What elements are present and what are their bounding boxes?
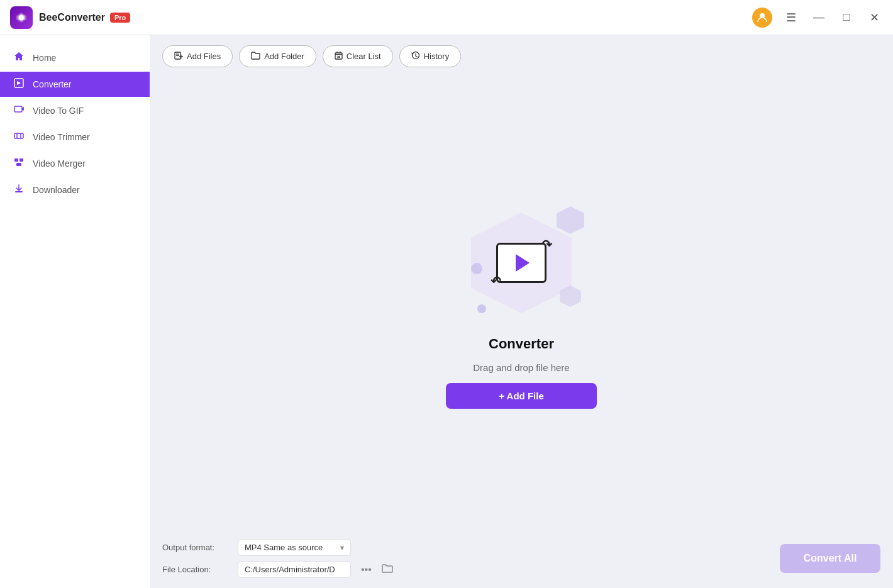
svg-rect-11 [19, 158, 23, 162]
chevron-down-icon: ▾ [340, 543, 344, 552]
video-box: ↷ ↶ [496, 243, 546, 283]
bottom-bar: Output format: MP4 Same as source ▾ File… [150, 531, 893, 588]
pro-badge: Pro [110, 13, 130, 23]
add-folder-icon [251, 52, 260, 62]
output-format-value: MP4 Same as source [245, 543, 323, 552]
add-folder-button[interactable]: Add Folder [239, 45, 316, 67]
svg-marker-5 [17, 81, 21, 85]
svg-rect-10 [14, 158, 18, 162]
browse-folder-button[interactable] [382, 563, 393, 576]
main-layout: Home Converter Video To GIF [0, 35, 893, 588]
app-logo [10, 6, 33, 29]
sidebar-item-video-merger[interactable]: Video Merger [0, 151, 150, 176]
toolbar: Add Files Add Folder [150, 35, 893, 77]
svg-rect-13 [15, 191, 23, 192]
sidebar-video-merger-label: Video Merger [33, 158, 86, 169]
svg-rect-7 [14, 133, 23, 138]
bottom-fields: Output format: MP4 Same as source ▾ File… [162, 539, 393, 578]
file-location-input: C:/Users/Administrator/D [238, 561, 351, 578]
svg-rect-12 [16, 163, 21, 166]
circle-decoration-2 [477, 304, 486, 313]
play-icon [516, 254, 530, 272]
window-controls: ☰ — □ ✕ [752, 8, 883, 28]
titlebar: BeeConverter Pro ☰ — □ ✕ [0, 0, 893, 35]
maximize-button[interactable]: □ [838, 9, 855, 26]
add-files-button[interactable]: Add Files [162, 45, 233, 67]
arrow-right-icon: ↷ [541, 237, 552, 252]
sidebar-item-downloader[interactable]: Downloader [0, 177, 150, 202]
history-icon [411, 51, 420, 62]
menu-button[interactable]: ☰ [782, 9, 800, 26]
close-icon: ✕ [870, 11, 879, 25]
converter-visual-icon: ↷ ↶ [496, 243, 546, 283]
minimize-button[interactable]: — [810, 9, 828, 26]
clear-list-button[interactable]: Clear List [323, 45, 393, 67]
app-name: BeeConverter [39, 12, 105, 23]
user-avatar[interactable] [752, 8, 772, 28]
file-location-value: C:/Users/Administrator/D [245, 565, 335, 574]
output-format-label: Output format: [162, 543, 231, 552]
sidebar-video-trimmer-label: Video Trimmer [33, 132, 90, 142]
hex-decoration-1 [557, 206, 584, 234]
svg-point-2 [19, 15, 24, 20]
converter-icon [13, 78, 25, 91]
home-icon [13, 52, 25, 64]
video-merger-icon [13, 157, 25, 170]
circle-decoration-1 [471, 263, 482, 274]
sidebar-item-video-to-gif[interactable]: Video To GIF [0, 98, 150, 123]
drop-zone[interactable]: ↷ ↶ Converter Drag and drop file here + … [150, 77, 893, 531]
sidebar-item-home[interactable]: Home [0, 45, 150, 70]
arrow-left-icon: ↶ [491, 274, 501, 289]
add-files-icon [174, 51, 183, 62]
history-button[interactable]: History [399, 45, 461, 67]
close-button[interactable]: ✕ [865, 9, 883, 26]
output-format-row: Output format: MP4 Same as source ▾ [162, 539, 393, 556]
hamburger-icon: ☰ [786, 11, 796, 25]
sidebar-home-label: Home [33, 53, 56, 63]
sidebar-converter-label: Converter [33, 79, 71, 89]
sidebar-item-converter[interactable]: Converter [0, 72, 150, 97]
add-files-label: Add Files [187, 52, 221, 61]
clear-list-icon [335, 51, 343, 62]
minimize-icon: — [813, 11, 824, 24]
maximize-icon: □ [843, 11, 850, 24]
add-file-button[interactable]: + Add File [446, 383, 597, 409]
downloader-icon [13, 184, 25, 196]
more-options-button[interactable]: ••• [357, 563, 375, 577]
sidebar-downloader-label: Downloader [33, 185, 80, 195]
convert-all-button[interactable]: Convert All [780, 544, 880, 573]
sidebar-video-to-gif-label: Video To GIF [33, 106, 84, 116]
drop-zone-subtitle: Drag and drop file here [473, 362, 569, 373]
file-location-label: File Location: [162, 565, 231, 574]
video-to-gif-icon [13, 104, 25, 117]
file-location-row: File Location: C:/Users/Administrator/D … [162, 561, 393, 578]
content-area: Add Files Add Folder [150, 35, 893, 588]
add-folder-label: Add Folder [264, 52, 304, 61]
sidebar-item-video-trimmer[interactable]: Video Trimmer [0, 125, 150, 150]
history-label: History [424, 52, 449, 61]
video-trimmer-icon [13, 131, 25, 143]
sidebar: Home Converter Video To GIF [0, 35, 150, 588]
output-format-select[interactable]: MP4 Same as source ▾ [238, 539, 351, 556]
drop-zone-visual: ↷ ↶ [458, 200, 584, 326]
drop-zone-title: Converter [489, 336, 554, 352]
clear-list-label: Clear List [347, 52, 381, 61]
svg-rect-19 [335, 53, 342, 59]
svg-rect-6 [14, 106, 22, 112]
